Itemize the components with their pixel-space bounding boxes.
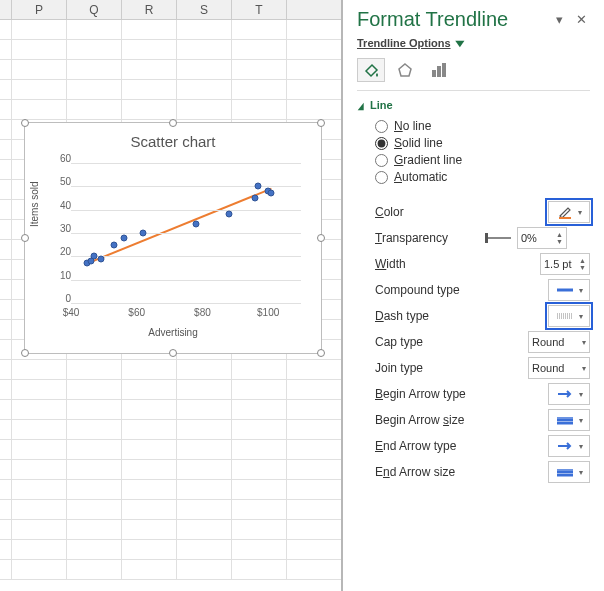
join-type-select[interactable]: Round▾ (528, 357, 590, 379)
x-axis-label[interactable]: Advertising (25, 327, 321, 338)
dash-type-button[interactable]: ▾ (548, 305, 590, 327)
data-point[interactable] (140, 230, 147, 237)
data-point[interactable] (192, 220, 199, 227)
line-section-header[interactable]: ◢ Line (357, 99, 590, 111)
fill-line-tab[interactable] (357, 58, 385, 82)
begin-arrow-type-label: Begin Arrow type (375, 387, 485, 401)
arrow-icon (556, 389, 574, 399)
effects-tab[interactable] (391, 58, 419, 82)
end-arrow-type-button[interactable]: ▾ (548, 435, 590, 457)
data-point[interactable] (110, 241, 117, 248)
size-icon (556, 415, 574, 425)
spin-down[interactable]: ▼ (556, 238, 563, 245)
data-point[interactable] (225, 211, 232, 218)
compound-label: Compound type (375, 283, 485, 297)
color-label: Color (375, 205, 485, 219)
svg-rect-3 (437, 66, 441, 77)
svg-rect-2 (432, 70, 436, 77)
resize-handle[interactable] (317, 349, 325, 357)
resize-handle[interactable] (317, 119, 325, 127)
col-header-p[interactable]: P (12, 0, 67, 19)
pane-subhead[interactable]: Trendline Options ▶ (357, 37, 590, 50)
format-pane: Format Trendline ▾ ✕ Trendline Options ▶… (342, 0, 604, 591)
col-header-s[interactable]: S (177, 0, 232, 19)
col-header-r[interactable]: R (122, 0, 177, 19)
resize-handle[interactable] (169, 349, 177, 357)
cap-label: Cap type (375, 335, 485, 349)
size-icon (556, 467, 574, 477)
line-icon (556, 285, 574, 295)
arrow-icon (556, 441, 574, 451)
format-category-tabs (357, 58, 590, 91)
svg-marker-1 (399, 64, 411, 76)
solid-line-radio[interactable]: Solid line (375, 136, 590, 150)
data-point[interactable] (252, 195, 259, 202)
begin-arrow-type-button[interactable]: ▾ (548, 383, 590, 405)
svg-line-0 (87, 189, 271, 264)
transparency-label: Transparency (375, 231, 485, 245)
automatic-radio[interactable]: Automatic (375, 170, 590, 184)
resize-handle[interactable] (169, 119, 177, 127)
spin-up[interactable]: ▲ (579, 257, 586, 264)
chart-object[interactable]: Scatter chart Items sold 0102030405060 $… (24, 122, 322, 354)
transparency-slider[interactable] (485, 237, 511, 239)
dash-label: Dash type (375, 309, 485, 323)
pane-options-icon[interactable]: ▾ (551, 12, 569, 27)
pencil-icon (557, 205, 573, 219)
plot-area[interactable] (71, 163, 301, 303)
join-label: Join type (375, 361, 485, 375)
begin-arrow-size-button[interactable]: ▾ (548, 409, 590, 431)
column-headers: P Q R S T (0, 0, 341, 20)
y-axis-label[interactable]: Items sold (29, 181, 40, 227)
close-icon[interactable]: ✕ (572, 12, 590, 27)
color-picker-button[interactable]: ▾ (548, 201, 590, 223)
y-axis[interactable]: 0102030405060 (51, 159, 71, 299)
data-point[interactable] (97, 255, 104, 262)
end-arrow-type-label: End Arrow type (375, 439, 485, 453)
resize-handle[interactable] (317, 234, 325, 242)
pane-title: Format Trendline (357, 8, 508, 31)
end-arrow-size-label: End Arrow size (375, 465, 485, 479)
cap-type-select[interactable]: Round▾ (528, 331, 590, 353)
no-line-radio[interactable]: No line (375, 119, 590, 133)
resize-handle[interactable] (21, 119, 29, 127)
collapse-icon: ◢ (358, 101, 364, 111)
chart-title[interactable]: Scatter chart (25, 123, 321, 154)
compound-type-button[interactable]: ▾ (548, 279, 590, 301)
gradient-line-radio[interactable]: Gradient line (375, 153, 590, 167)
spin-down[interactable]: ▼ (579, 264, 586, 271)
chevron-icon: ▶ (453, 41, 466, 47)
resize-handle[interactable] (21, 234, 29, 242)
data-point[interactable] (120, 234, 127, 241)
dash-icon (556, 311, 574, 321)
svg-rect-5 (559, 217, 571, 219)
transparency-input[interactable]: 0% ▲▼ (517, 227, 567, 249)
end-arrow-size-button[interactable]: ▾ (548, 461, 590, 483)
begin-arrow-size-label: Begin Arrow size (375, 413, 485, 427)
col-header-q[interactable]: Q (67, 0, 122, 19)
chart-options-tab[interactable] (425, 58, 453, 82)
width-input[interactable]: 1.5 pt ▲▼ (540, 253, 590, 275)
svg-rect-4 (442, 63, 446, 77)
spin-up[interactable]: ▲ (556, 231, 563, 238)
spreadsheet-area: P Q R S T /*rows*/ Scatter chart Items s… (0, 0, 342, 591)
data-point[interactable] (268, 190, 275, 197)
resize-handle[interactable] (21, 349, 29, 357)
data-point[interactable] (255, 183, 262, 190)
col-header-t[interactable]: T (232, 0, 287, 19)
width-label: Width (375, 257, 485, 271)
